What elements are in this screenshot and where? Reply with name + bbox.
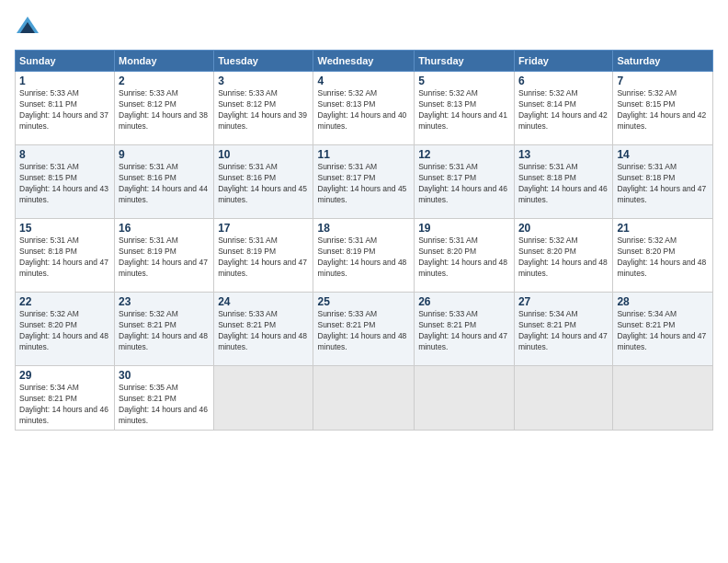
col-saturday: Saturday — [613, 51, 713, 72]
calendar-cell: 20 Sunrise: 5:32 AM Sunset: 8:20 PM Dayl… — [514, 219, 612, 293]
sunrise-label: Sunrise: 5:33 AM — [418, 309, 478, 318]
calendar-cell: 14 Sunrise: 5:31 AM Sunset: 8:18 PM Dayl… — [613, 145, 713, 219]
day-info: Sunrise: 5:34 AM Sunset: 8:21 PM Dayligh… — [518, 309, 609, 353]
daylight-label: Daylight: 14 hours and 42 minutes. — [518, 110, 608, 131]
sunrise-label: Sunrise: 5:31 AM — [317, 236, 377, 245]
day-info: Sunrise: 5:33 AM Sunset: 8:11 PM Dayligh… — [19, 88, 110, 132]
sunrise-label: Sunrise: 5:32 AM — [418, 88, 478, 98]
calendar-header-row: Sunday Monday Tuesday Wednesday Thursday… — [16, 51, 713, 72]
calendar-cell: 29 Sunrise: 5:34 AM Sunset: 8:21 PM Dayl… — [16, 366, 115, 431]
daylight-label: Daylight: 14 hours and 46 minutes. — [418, 184, 507, 204]
sunset-label: Sunset: 8:21 PM — [119, 394, 176, 403]
day-number: 18 — [317, 222, 410, 235]
day-number: 19 — [418, 222, 510, 235]
sunrise-label: Sunrise: 5:32 AM — [518, 236, 578, 245]
day-info: Sunrise: 5:32 AM Sunset: 8:15 PM Dayligh… — [617, 88, 709, 132]
daylight-label: Daylight: 14 hours and 46 minutes. — [19, 405, 108, 425]
calendar-cell: 4 Sunrise: 5:32 AM Sunset: 8:13 PM Dayli… — [313, 72, 415, 145]
sunset-label: Sunset: 8:20 PM — [19, 320, 77, 329]
daylight-label: Daylight: 14 hours and 48 minutes. — [317, 258, 406, 278]
sunrise-label: Sunrise: 5:34 AM — [617, 309, 677, 318]
sunset-label: Sunset: 8:17 PM — [317, 173, 375, 182]
daylight-label: Daylight: 14 hours and 44 minutes. — [119, 184, 208, 204]
day-info: Sunrise: 5:33 AM Sunset: 8:12 PM Dayligh… — [218, 88, 309, 132]
sunset-label: Sunset: 8:13 PM — [418, 99, 476, 109]
calendar-cell: 26 Sunrise: 5:33 AM Sunset: 8:21 PM Dayl… — [415, 293, 515, 366]
day-number: 10 — [218, 148, 309, 161]
day-info: Sunrise: 5:32 AM Sunset: 8:20 PM Dayligh… — [19, 309, 110, 353]
calendar-cell: 7 Sunrise: 5:32 AM Sunset: 8:15 PM Dayli… — [613, 72, 713, 145]
day-info: Sunrise: 5:32 AM Sunset: 8:21 PM Dayligh… — [119, 309, 210, 353]
sunrise-label: Sunrise: 5:33 AM — [218, 309, 278, 318]
daylight-label: Daylight: 14 hours and 47 minutes. — [518, 331, 608, 351]
sunrise-label: Sunrise: 5:33 AM — [218, 88, 278, 98]
day-number: 16 — [119, 222, 210, 235]
day-info: Sunrise: 5:31 AM Sunset: 8:18 PM Dayligh… — [518, 162, 609, 206]
sunset-label: Sunset: 8:16 PM — [119, 173, 176, 182]
day-info: Sunrise: 5:31 AM Sunset: 8:18 PM Dayligh… — [617, 162, 709, 206]
sunrise-label: Sunrise: 5:33 AM — [119, 88, 178, 98]
day-number: 7 — [617, 75, 709, 87]
sunrise-label: Sunrise: 5:32 AM — [317, 88, 377, 98]
day-info: Sunrise: 5:31 AM Sunset: 8:19 PM Dayligh… — [317, 236, 410, 280]
col-wednesday: Wednesday — [313, 51, 415, 72]
calendar-cell: 10 Sunrise: 5:31 AM Sunset: 8:16 PM Dayl… — [214, 145, 313, 219]
calendar-cell: 15 Sunrise: 5:31 AM Sunset: 8:18 PM Dayl… — [16, 219, 115, 293]
day-number: 1 — [19, 75, 110, 87]
header — [15, 15, 713, 40]
daylight-label: Daylight: 14 hours and 47 minutes. — [418, 331, 507, 351]
daylight-label: Daylight: 14 hours and 47 minutes. — [19, 258, 108, 278]
calendar-week-5: 29 Sunrise: 5:34 AM Sunset: 8:21 PM Dayl… — [16, 366, 713, 431]
day-info: Sunrise: 5:31 AM Sunset: 8:15 PM Dayligh… — [19, 162, 110, 206]
day-number: 27 — [518, 295, 609, 308]
daylight-label: Daylight: 14 hours and 41 minutes. — [418, 110, 507, 131]
daylight-label: Daylight: 14 hours and 47 minutes. — [617, 331, 706, 351]
calendar-cell — [313, 366, 415, 431]
calendar-cell: 16 Sunrise: 5:31 AM Sunset: 8:19 PM Dayl… — [115, 219, 214, 293]
calendar-cell: 28 Sunrise: 5:34 AM Sunset: 8:21 PM Dayl… — [613, 293, 713, 366]
sunrise-label: Sunrise: 5:34 AM — [518, 309, 578, 318]
sunset-label: Sunset: 8:19 PM — [218, 247, 276, 256]
day-number: 22 — [19, 295, 110, 308]
sunset-label: Sunset: 8:13 PM — [317, 99, 375, 109]
sunset-label: Sunset: 8:21 PM — [617, 320, 675, 329]
calendar-cell: 19 Sunrise: 5:31 AM Sunset: 8:20 PM Dayl… — [415, 219, 515, 293]
day-number: 13 — [518, 148, 609, 161]
sunset-label: Sunset: 8:21 PM — [317, 320, 375, 329]
sunset-label: Sunset: 8:21 PM — [418, 320, 476, 329]
daylight-label: Daylight: 14 hours and 47 minutes. — [218, 258, 307, 278]
day-number: 29 — [19, 369, 110, 382]
day-info: Sunrise: 5:32 AM Sunset: 8:13 PM Dayligh… — [317, 88, 410, 132]
day-number: 28 — [617, 295, 709, 308]
sunrise-label: Sunrise: 5:31 AM — [218, 236, 278, 245]
col-sunday: Sunday — [16, 51, 115, 72]
calendar-cell: 11 Sunrise: 5:31 AM Sunset: 8:17 PM Dayl… — [313, 145, 415, 219]
calendar-week-4: 22 Sunrise: 5:32 AM Sunset: 8:20 PM Dayl… — [16, 293, 713, 366]
daylight-label: Daylight: 14 hours and 43 minutes. — [19, 184, 108, 204]
daylight-label: Daylight: 14 hours and 37 minutes. — [19, 110, 108, 131]
sunset-label: Sunset: 8:20 PM — [617, 247, 675, 256]
day-number: 20 — [518, 222, 609, 235]
sunset-label: Sunset: 8:18 PM — [19, 247, 77, 256]
calendar-cell — [613, 366, 713, 431]
sunrise-label: Sunrise: 5:31 AM — [317, 162, 377, 171]
day-info: Sunrise: 5:31 AM Sunset: 8:16 PM Dayligh… — [218, 162, 309, 206]
day-info: Sunrise: 5:33 AM Sunset: 8:21 PM Dayligh… — [317, 309, 410, 353]
daylight-label: Daylight: 14 hours and 48 minutes. — [617, 258, 706, 278]
daylight-label: Daylight: 14 hours and 45 minutes. — [218, 184, 307, 204]
sunset-label: Sunset: 8:14 PM — [518, 99, 576, 109]
calendar-cell: 30 Sunrise: 5:35 AM Sunset: 8:21 PM Dayl… — [115, 366, 214, 431]
calendar-cell: 8 Sunrise: 5:31 AM Sunset: 8:15 PM Dayli… — [16, 145, 115, 219]
day-info: Sunrise: 5:34 AM Sunset: 8:21 PM Dayligh… — [617, 309, 709, 353]
day-number: 2 — [119, 75, 210, 87]
sunset-label: Sunset: 8:21 PM — [19, 394, 77, 403]
calendar-cell — [514, 366, 612, 431]
sunrise-label: Sunrise: 5:33 AM — [317, 309, 377, 318]
day-number: 11 — [317, 148, 410, 161]
day-number: 15 — [19, 222, 110, 235]
col-friday: Friday — [514, 51, 612, 72]
calendar-cell: 24 Sunrise: 5:33 AM Sunset: 8:21 PM Dayl… — [214, 293, 313, 366]
day-number: 24 — [218, 295, 309, 308]
day-number: 5 — [418, 75, 510, 87]
day-number: 14 — [617, 148, 709, 161]
